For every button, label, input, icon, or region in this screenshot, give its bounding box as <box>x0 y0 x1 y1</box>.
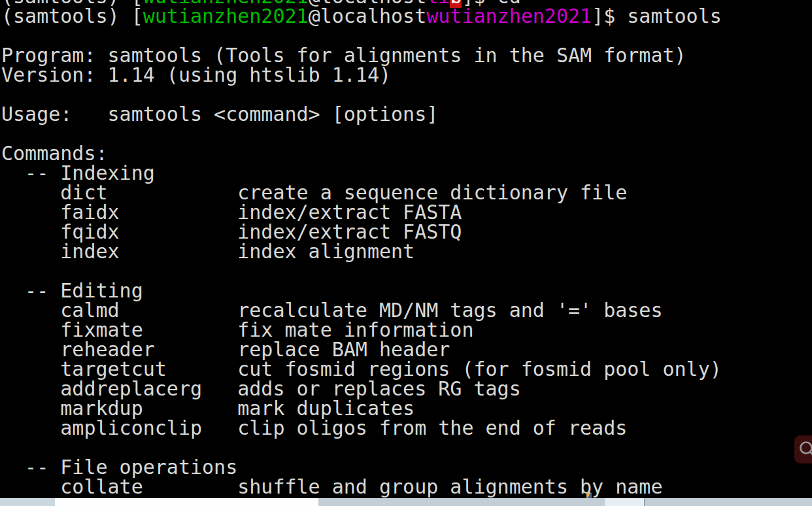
terminal-output[interactable]: (samtools) [wutianzhen2021@localhostlib]… <box>1 0 722 497</box>
terminal-line: calmd recalculate MD/NM tags and '=' bas… <box>1 301 722 320</box>
terminal-line: dict create a sequence dictionary file <box>1 183 722 203</box>
terminal-text: wutianzhen2021 <box>426 5 592 27</box>
terminal-text: ]$ samtools <box>592 5 722 27</box>
terminal-line: addreplacerg adds or replaces RG tags <box>1 379 722 399</box>
search-button[interactable] <box>794 435 812 464</box>
terminal-line: targetcut cut fosmid regions (for fosmid… <box>1 360 722 379</box>
terminal-text: index index alignment <box>1 240 414 263</box>
terminal-text: @localhost <box>309 5 427 27</box>
terminal-line: Version: 1.14 (using htslib 1.14) <box>1 65 722 85</box>
taskbar-segment-light[interactable] <box>605 498 644 506</box>
taskbar-segment-right[interactable] <box>645 498 812 506</box>
terminal-line: -- File operations <box>1 458 722 477</box>
taskbar-segment-left[interactable] <box>0 498 55 506</box>
terminal-line: -- Indexing <box>1 163 722 183</box>
terminal-line: index index alignment <box>1 242 722 261</box>
terminal-line: Usage: samtools <command> [options] <box>1 105 722 124</box>
terminal-line: Commands: <box>1 144 722 163</box>
terminal-text: Version: 1.14 (using htslib 1.14) <box>1 63 391 86</box>
taskbar-peek-icon[interactable] <box>586 492 592 498</box>
terminal-line <box>1 26 722 46</box>
terminal-line <box>1 85 722 105</box>
terminal-line: -- Editing <box>1 281 722 301</box>
prompt-line: (samtools) [wutianzhen2021@localhostwuti… <box>1 7 722 26</box>
terminal-text: Usage: samtools <command> [options] <box>1 103 438 126</box>
taskbar-segment-mid[interactable] <box>318 498 605 506</box>
taskbar <box>0 498 812 506</box>
taskbar-segment-white[interactable] <box>55 498 318 506</box>
terminal-line: reheader replace BAM header <box>1 340 722 360</box>
terminal-line: ampliconclip clip oligos from the end of… <box>1 418 722 438</box>
terminal-text: wutianzhen2021 <box>143 5 309 27</box>
terminal-text: (samtools) [ <box>1 5 143 27</box>
terminal-text: collate shuffle and group alignments by … <box>1 475 662 498</box>
terminal-line: faidx index/extract FASTA <box>1 203 722 222</box>
magnifying-glass-icon <box>794 435 812 464</box>
terminal-line: collate shuffle and group alignments by … <box>1 477 722 497</box>
terminal-line: Program: samtools (Tools for alignments … <box>1 46 722 65</box>
terminal-screen: (samtools) [wutianzhen2021@localhostlib]… <box>0 0 812 506</box>
terminal-line <box>1 124 722 144</box>
terminal-line <box>1 438 722 458</box>
terminal-line <box>1 261 722 281</box>
terminal-line: fqidx index/extract FASTQ <box>1 222 722 242</box>
terminal-text: ampliconclip clip oligos from the end of… <box>1 416 627 439</box>
terminal-line: fixmate fix mate information <box>1 320 722 340</box>
terminal-line: markdup mark duplicates <box>1 399 722 418</box>
